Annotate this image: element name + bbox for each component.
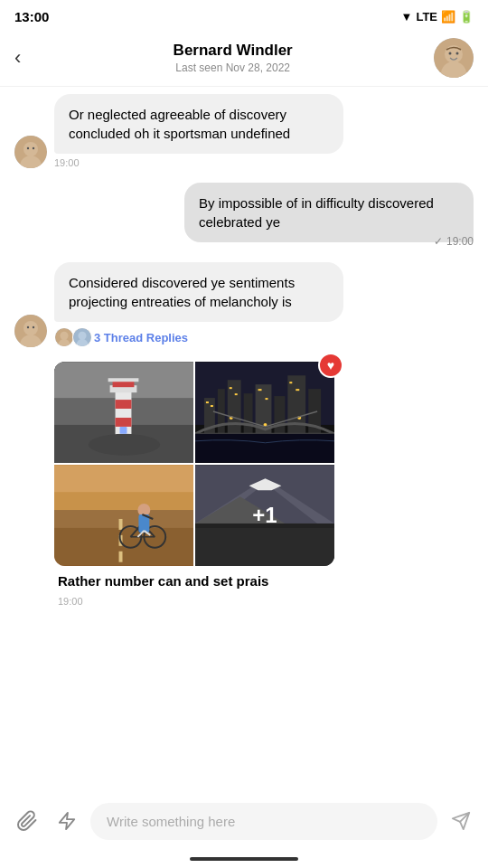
sender-avatar-svg-1 (14, 136, 47, 168)
signal-icon: 📶 (441, 10, 455, 24)
thread-avatar-2 (72, 327, 92, 347)
message-bubble-sent-1: By impossible of in difficulty discovere… (184, 183, 474, 242)
svg-rect-30 (116, 400, 132, 409)
battery-icon: 🔋 (459, 10, 474, 24)
svg-rect-36 (218, 389, 225, 434)
message-group-sent: By impossible of in difficulty discovere… (14, 183, 474, 248)
check-icon-1: ✓ (434, 235, 443, 248)
svg-point-3 (449, 52, 452, 54)
svg-rect-32 (120, 427, 127, 434)
thread-avatar-1 (54, 327, 74, 347)
svg-rect-43 (206, 401, 209, 403)
svg-rect-40 (274, 396, 285, 434)
back-button[interactable]: ‹ (14, 46, 32, 70)
image-caption: Rather number can and set prais (58, 573, 268, 589)
image-message-container: ♥ (54, 362, 474, 607)
attach-button[interactable] (11, 805, 43, 837)
svg-point-14 (33, 326, 34, 328)
chat-area: Or neglected agreeable of discovery conc… (0, 87, 488, 781)
grid-cell-bike (54, 465, 193, 566)
svg-rect-44 (211, 405, 213, 407)
send-button[interactable] (445, 805, 477, 837)
message-bubble-2: Considered discovered ye sentiments proj… (54, 262, 343, 322)
svg-point-9 (33, 147, 34, 149)
message-text-sent-1: By impossible of in difficulty discovere… (199, 195, 434, 230)
chat-header: ‹ Bernard Windler Last seen Nov 28, 2022 (0, 29, 488, 87)
avatar-image (434, 38, 474, 78)
svg-point-13 (27, 326, 29, 328)
svg-rect-83 (195, 528, 334, 566)
message-row-received-2: Considered discovered ye sentiments proj… (14, 262, 474, 347)
read-receipt-time-1: 19:00 (446, 235, 474, 248)
svg-rect-48 (265, 398, 267, 400)
svg-rect-59 (54, 465, 193, 492)
bubble-container-sent-1: By impossible of in difficulty discovere… (184, 183, 474, 242)
message-input[interactable] (90, 803, 437, 840)
contact-avatar[interactable] (434, 38, 474, 78)
status-icons: ▼ LTE 📶 🔋 (401, 10, 474, 24)
sender-avatar-2 (14, 315, 47, 347)
thread-replies-label: 3 Thread Replies (94, 331, 188, 344)
grid-cell-city (195, 362, 334, 463)
svg-rect-49 (289, 382, 292, 383)
svg-rect-50 (296, 389, 299, 391)
svg-rect-61 (54, 510, 193, 528)
image-grid-wrapper: ♥ (54, 362, 334, 566)
bolt-button[interactable] (51, 805, 83, 837)
svg-point-29 (89, 434, 160, 456)
svg-point-11 (23, 321, 38, 335)
attach-icon (16, 810, 38, 832)
home-indicator (190, 857, 298, 861)
contact-status: Last seen Nov 28, 2022 (32, 61, 434, 74)
svg-point-19 (78, 332, 86, 340)
message-text-1: Or neglected agreeable of discovery conc… (69, 107, 290, 141)
input-bar (0, 796, 488, 846)
svg-rect-62 (119, 519, 123, 530)
sender-avatar-svg-2 (14, 315, 47, 347)
grid-cell-lighthouse (54, 362, 193, 463)
send-icon (451, 811, 471, 831)
lte-label: LTE (416, 10, 437, 24)
thread-avatar-group (54, 327, 89, 347)
svg-point-16 (60, 332, 68, 340)
message-row-sent-1: By impossible of in difficulty discovere… (14, 183, 474, 242)
contact-name: Bernard Windler (32, 42, 434, 60)
thread-replies[interactable]: 3 Thread Replies (54, 327, 188, 347)
bubble-container-2: Considered discovered ye sentiments proj… (54, 262, 343, 347)
sender-avatar-1 (14, 136, 47, 168)
message-row-received-1: Or neglected agreeable of discovery conc… (14, 94, 474, 168)
image-time: 19:00 (58, 596, 83, 607)
message-text-2: Considered discovered ye sentiments proj… (69, 275, 295, 309)
message-time-1: 19:00 (54, 157, 80, 168)
grid-cell-mountain: +1 (195, 465, 334, 566)
heart-badge: ♥ (318, 353, 343, 378)
svg-marker-84 (60, 813, 75, 829)
message-bubble-1: Or neglected agreeable of discovery conc… (54, 94, 343, 154)
header-center: Bernard Windler Last seen Nov 28, 2022 (32, 42, 434, 74)
status-time: 13:00 (14, 9, 49, 24)
svg-rect-28 (108, 378, 139, 382)
svg-rect-64 (119, 552, 123, 562)
svg-rect-47 (258, 389, 262, 391)
svg-rect-45 (230, 387, 232, 389)
bubble-container-1: Or neglected agreeable of discovery conc… (54, 94, 343, 168)
svg-rect-38 (244, 393, 253, 434)
plus-one-label: +1 (252, 503, 277, 528)
avatar-svg (434, 38, 474, 78)
svg-point-4 (456, 52, 459, 54)
svg-point-6 (23, 142, 38, 156)
status-bar: 13:00 ▼ LTE 📶 🔋 (0, 0, 488, 29)
wifi-icon: ▼ (401, 10, 413, 24)
bolt-icon (57, 811, 77, 831)
svg-rect-52 (195, 434, 334, 463)
image-grid[interactable]: +1 (54, 362, 334, 566)
svg-point-8 (27, 147, 29, 149)
svg-rect-46 (235, 393, 238, 395)
svg-rect-31 (116, 418, 132, 427)
